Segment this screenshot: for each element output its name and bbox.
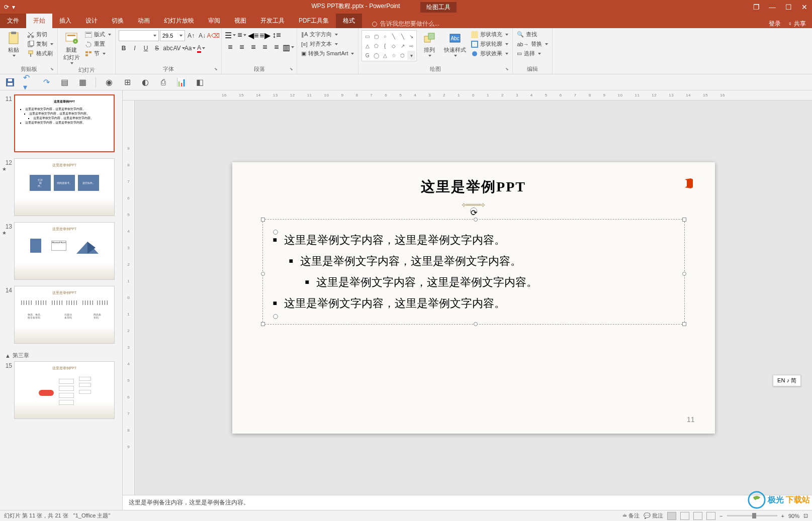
qat-icon-3[interactable]: ◉ xyxy=(104,77,114,87)
thumbnail-14[interactable]: 14 这里是举例PPT ||||| ||||| ||||| ||||| ||||… xyxy=(2,286,120,344)
cut-button[interactable]: 剪切 xyxy=(26,30,54,39)
drawing-dialog-launcher[interactable]: ⬊ xyxy=(505,67,511,73)
thumbnail-11[interactable]: 11 这里是举例PPT 这里是举例文字内容，这里是举例文字内容。 这里是举例文字… xyxy=(2,94,120,152)
section-button[interactable]: 节 xyxy=(84,49,112,58)
fit-to-window-button[interactable]: ⊡ xyxy=(803,512,808,519)
zoom-level[interactable]: 90% xyxy=(788,513,799,519)
numbering-button[interactable]: ≡ xyxy=(236,30,247,40)
resize-handle-nw[interactable] xyxy=(261,218,265,222)
shape-effects-button[interactable]: 形状效果 xyxy=(470,49,509,58)
qat-icon-6[interactable]: ⎙ xyxy=(158,77,168,87)
ribbon-options-icon[interactable]: ❐ xyxy=(753,4,760,11)
underline-button[interactable]: U xyxy=(141,43,151,53)
resize-handle-w[interactable] xyxy=(261,272,265,276)
normal-view-button[interactable] xyxy=(667,512,676,520)
comments-toggle[interactable]: 💬 批注 xyxy=(644,512,663,519)
tab-home[interactable]: 开始 xyxy=(26,14,52,28)
resize-handle-ne[interactable] xyxy=(682,218,686,222)
find-button[interactable]: 🔍 查找 xyxy=(516,30,549,39)
resize-handle-sw[interactable] xyxy=(261,322,265,326)
align-left-button[interactable]: ≡ xyxy=(225,42,236,52)
content-textbox[interactable]: ⟳ 这里是举例文字内容，这里是举例文字内容。 这里是举例文字内容，这里是举例文字… xyxy=(262,219,685,325)
quick-styles-button[interactable]: Abc 快速样式 xyxy=(442,30,468,58)
resize-handle-e[interactable] xyxy=(682,272,686,276)
thumbnail-12[interactable]: 12★ 这里是举例PPT 打开软件。 找到选项卡。 进行操作。 xyxy=(2,158,120,216)
tab-format[interactable]: 格式 xyxy=(336,14,362,28)
align-text-button[interactable]: [≡] 对齐文本 xyxy=(300,40,355,48)
arrange-button[interactable]: 排列 xyxy=(419,30,440,58)
font-dialog-launcher[interactable]: ⬊ xyxy=(214,67,220,73)
thumbnail-13[interactable]: 13★ 这里是举例PPT Microsoft Excel xyxy=(2,222,120,280)
tab-animations[interactable]: 动画 xyxy=(131,14,157,28)
qat-icon-1[interactable]: ▤ xyxy=(59,77,69,87)
char-spacing-button[interactable]: AV xyxy=(174,43,184,53)
close-button[interactable]: ✕ xyxy=(801,4,808,11)
decrease-font-button[interactable]: A↓ xyxy=(197,31,207,41)
strike-button[interactable]: S xyxy=(152,43,162,53)
tab-slideshow[interactable]: 幻灯片放映 xyxy=(157,14,201,28)
maximize-button[interactable]: ☐ xyxy=(785,4,792,11)
zoom-slider[interactable] xyxy=(727,515,777,516)
bold-button[interactable]: B xyxy=(119,43,129,53)
slide-thumbnails-panel[interactable]: 11 这里是举例PPT 这里是举例文字内容，这里是举例文字内容。 这里是举例文字… xyxy=(0,90,123,510)
tab-developer[interactable]: 开发工具 xyxy=(253,14,292,28)
tell-me-search[interactable]: 告诉我您想要做什么... xyxy=(362,20,769,28)
clear-formatting-button[interactable]: A⌫ xyxy=(208,31,218,41)
resize-handle-se[interactable] xyxy=(682,322,686,326)
align-center-button[interactable]: ≡ xyxy=(236,42,247,52)
notes-toggle[interactable]: ≐ 备注 xyxy=(622,512,640,519)
paste-button[interactable]: 粘贴 xyxy=(3,30,24,58)
tab-pdf[interactable]: PDF工具集 xyxy=(292,14,336,28)
qat-icon-4[interactable]: ⊞ xyxy=(122,77,132,87)
resize-handle-s[interactable] xyxy=(474,322,478,326)
select-button[interactable]: ▭ 选择 xyxy=(516,49,549,58)
qat-icon-7[interactable]: 📊 xyxy=(176,77,187,87)
columns-button[interactable]: ▥ xyxy=(283,42,294,52)
bullet-item[interactable]: 这里是举例文字内容，这里是举例文字内容。 xyxy=(273,272,674,293)
qat-icon-8[interactable]: ◧ xyxy=(195,77,205,87)
bullet-item[interactable]: 这里是举例文字内容，这里是举例文字内容。 xyxy=(273,230,674,251)
justify-button[interactable]: ≡ xyxy=(259,42,270,52)
tab-review[interactable]: 审阅 xyxy=(201,14,227,28)
align-right-button[interactable]: ≡ xyxy=(248,42,259,52)
reading-view-button[interactable] xyxy=(693,512,702,520)
shape-outline-button[interactable]: 形状轮廓 xyxy=(470,40,509,48)
qat-icon-5[interactable]: ◐ xyxy=(140,77,150,87)
shapes-gallery[interactable]: ▭▢○╲╲↘ △⬠{◇↗⇨ G◯△☆⬡▾ xyxy=(362,30,417,61)
decrease-indent-button[interactable]: ◀≡ xyxy=(248,30,259,40)
bullet-list[interactable]: 这里是举例文字内容，这里是举例文字内容。 这里是举例文字内容，这里是举例文字内容… xyxy=(273,230,674,314)
copy-button[interactable]: 复制 xyxy=(26,40,54,48)
bullet-item[interactable]: 这里是举例文字内容，这里是举例文字内容。 xyxy=(273,293,674,314)
bullet-item[interactable]: 这里是举例文字内容，这里是举例文字内容。 xyxy=(273,251,674,272)
save-icon[interactable] xyxy=(5,77,15,87)
format-painter-button[interactable]: 格式刷 xyxy=(26,49,54,58)
shape-fill-button[interactable]: 形状填充 xyxy=(470,30,509,39)
tab-transitions[interactable]: 切换 xyxy=(105,14,131,28)
italic-button[interactable]: I xyxy=(130,43,140,53)
tab-insert[interactable]: 插入 xyxy=(52,14,78,28)
section-header[interactable]: ▲ 第三章 xyxy=(2,350,120,361)
font-name-combo[interactable] xyxy=(119,30,159,41)
text-direction-button[interactable]: ‖A 文字方向 xyxy=(300,30,355,39)
ime-indicator[interactable]: EN ♪ 简 xyxy=(773,375,801,386)
increase-indent-button[interactable]: ≡▶ xyxy=(259,30,270,40)
layout-button[interactable]: 版式 xyxy=(84,30,112,39)
font-size-combo[interactable]: 29.5 xyxy=(160,30,185,41)
font-color-button[interactable]: A xyxy=(196,43,206,53)
slide-canvas[interactable]: 这里是举例PPT ⟡═══⟡ ⟳ 这里是举例文字内 xyxy=(135,100,812,495)
notes-pane[interactable]: 这里是举例备注内容，这里是举例备注内容。 xyxy=(123,495,812,510)
zoom-in-button[interactable]: + xyxy=(781,513,784,519)
increase-font-button[interactable]: A↑ xyxy=(186,31,196,41)
bullets-button[interactable]: ☰ xyxy=(225,30,236,40)
tab-view[interactable]: 视图 xyxy=(227,14,253,28)
paragraph-dialog-launcher[interactable]: ⬊ xyxy=(290,67,296,73)
minimize-button[interactable]: — xyxy=(769,4,776,11)
new-slide-button[interactable]: + 新建 幻灯片 xyxy=(61,30,82,65)
sorter-view-button[interactable] xyxy=(680,512,689,520)
tab-file[interactable]: 文件 xyxy=(0,14,26,28)
resize-handle-n[interactable] xyxy=(474,218,478,222)
change-case-button[interactable]: Aa xyxy=(185,43,195,53)
qat-icon-2[interactable]: ▦ xyxy=(77,77,87,87)
shadow-button[interactable]: abc xyxy=(163,43,173,53)
slide-title[interactable]: 这里是举例PPT xyxy=(262,177,685,196)
